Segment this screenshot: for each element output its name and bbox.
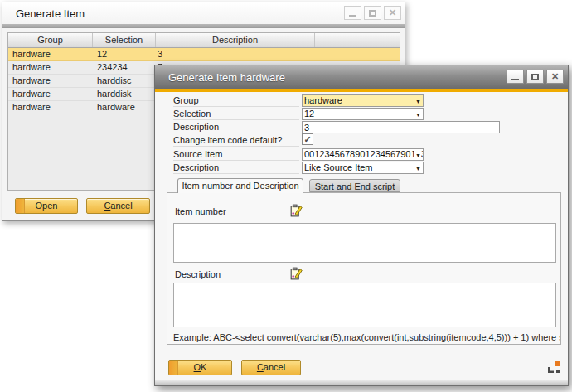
item-number-label: Item number [175, 206, 226, 216]
source-description-combo[interactable]: Like Source Item ▼ [302, 162, 424, 174]
tab-start-and-end-script[interactable]: Start and End script [309, 179, 400, 192]
edit-script-icon[interactable] [288, 267, 303, 281]
table-header-row: Group Selection Description [8, 33, 400, 48]
cancel-mnemonic: C [257, 362, 264, 372]
column-header-empty [315, 33, 400, 47]
selection-label: Selection [173, 108, 299, 120]
default-button-strip [16, 199, 25, 213]
panel-description-label: Description [175, 269, 221, 279]
cell-group: hardware [8, 48, 93, 60]
open-button-label: Open [36, 201, 58, 211]
item-number-textarea[interactable] [173, 223, 556, 263]
source-description-label: Description [173, 162, 299, 174]
close-button[interactable]: ✕ [546, 70, 564, 84]
table-row[interactable]: hardware 12 3 [8, 48, 400, 61]
dropdown-arrow-icon[interactable]: ▼ [415, 96, 421, 107]
tab-item-number-and-description[interactable]: Item number and Description [177, 178, 303, 193]
minimize-button[interactable] [344, 6, 361, 20]
description-label: Description [173, 121, 299, 133]
ok-button-label: K [201, 362, 206, 372]
cell-selection: 12 [93, 48, 156, 60]
cell-selection: harddisc [93, 75, 156, 87]
minimize-button[interactable] [507, 70, 524, 84]
titlebar-accent-strip [155, 89, 568, 92]
statusbar [155, 380, 568, 385]
cancel-button[interactable]: Cancel [86, 198, 150, 214]
selection-combo[interactable]: 12 ▼ [302, 108, 424, 120]
titlebar-accent-strip [2, 24, 405, 28]
maximize-icon [531, 74, 539, 80]
cancel-button[interactable]: Cancel [241, 360, 301, 375]
resize-grip-icon[interactable] [547, 361, 560, 374]
source-description-value: Like Source Item [304, 162, 373, 172]
column-header-description[interactable]: Description [156, 33, 315, 47]
cell-group: hardware [8, 61, 93, 74]
group-value: hardware [304, 95, 342, 105]
tab-panel: Item number Description Example: ABC-<se… [167, 192, 561, 345]
group-label: Group [173, 94, 299, 107]
source-item-value: 00123456789012345679012345 [304, 149, 424, 159]
cancel-button-label: ancel [264, 362, 285, 372]
generate-item-hardware-dialog: Generate Item hardware ✕ Group hardware … [154, 65, 569, 386]
dropdown-arrow-icon[interactable]: ▼ [415, 163, 421, 174]
minimize-icon [511, 79, 519, 80]
window-title: Generate Item [2, 7, 85, 20]
change-item-code-checkbox[interactable]: ✓ [302, 133, 313, 145]
description-input[interactable] [302, 121, 500, 133]
ok-mnemonic: O [194, 362, 201, 372]
cell-group: hardware [8, 75, 93, 87]
default-button-strip [169, 361, 178, 375]
cancel-button-label: ancel [110, 201, 132, 211]
source-item-label: Source Item [173, 148, 299, 161]
maximize-icon [369, 10, 376, 17]
dropdown-arrow-icon[interactable]: ▼ [415, 109, 421, 120]
description-textarea[interactable] [173, 283, 556, 327]
change-item-code-label: Change item code default? [173, 134, 299, 147]
cell-selection: hardware [93, 101, 156, 114]
minimize-icon [349, 15, 356, 17]
edit-script-icon[interactable] [288, 204, 303, 218]
cell-group: hardware [8, 88, 93, 100]
dropdown-arrow-icon[interactable]: ▼ [415, 150, 421, 161]
ok-button[interactable]: OK [168, 360, 232, 375]
titlebar[interactable]: Generate Item ✕ [2, 2, 405, 24]
cell-selection: 234234 [93, 61, 156, 74]
example-hint-text: Example: ABC-<select convert(varchar(5),… [173, 332, 560, 342]
checkmark-icon: ✓ [303, 134, 311, 144]
selection-value: 12 [304, 109, 314, 119]
open-button[interactable]: Open [15, 198, 78, 214]
maximize-button[interactable] [364, 6, 381, 20]
cell-group: hardware [8, 101, 93, 114]
close-icon: ✕ [551, 72, 559, 81]
titlebar[interactable]: Generate Item hardware ✕ [155, 65, 568, 89]
window-title: Generate Item hardware [155, 71, 285, 84]
close-button[interactable]: ✕ [384, 6, 401, 20]
group-combo[interactable]: hardware ▼ [302, 94, 424, 107]
cell-description: 3 [156, 48, 315, 60]
cell-selection: harddisk [93, 88, 156, 100]
column-header-selection[interactable]: Selection [93, 33, 156, 47]
maximize-button[interactable] [526, 70, 544, 84]
column-header-group[interactable]: Group [8, 33, 93, 47]
source-item-combo[interactable]: 00123456789012345679012345 ▼ [302, 148, 424, 161]
close-icon: ✕ [389, 8, 396, 17]
